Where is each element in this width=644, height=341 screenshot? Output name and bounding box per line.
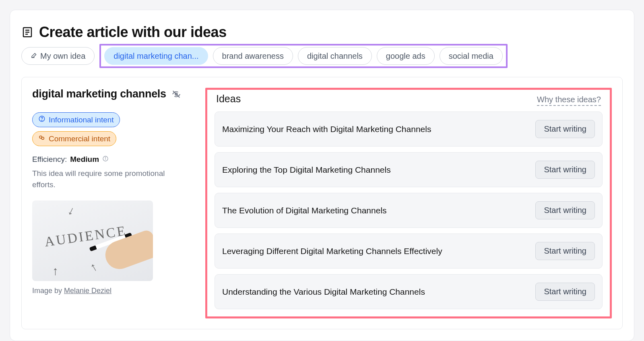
efficiency-description: This idea will require some promotional … [32, 168, 185, 190]
start-writing-button[interactable]: Start writing [535, 242, 595, 260]
commercial-intent-badge[interactable]: Commercial intent [32, 131, 116, 146]
page-title: Create article with our ideas [39, 24, 227, 41]
idea-item: Understanding the Various Digital Market… [215, 274, 603, 309]
ideas-heading: Ideas [216, 93, 241, 105]
chip-label: brand awareness [222, 52, 284, 61]
start-writing-button[interactable]: Start writing [535, 161, 595, 179]
suggested-chip[interactable]: google ads [377, 47, 435, 65]
main-card: Create article with our ideas My own ide… [10, 10, 634, 341]
content-panel: digital marketing channels [21, 77, 623, 329]
chip-label: google ads [386, 52, 425, 61]
info-icon[interactable] [102, 155, 109, 164]
image-credit-prefix: Image by [32, 287, 64, 295]
page-header: Create article with our ideas [21, 24, 623, 41]
sketch-arrow-icon: ↑ [88, 260, 100, 275]
badge-label: Informational intent [49, 116, 114, 124]
start-writing-button[interactable]: Start writing [535, 283, 595, 301]
commercial-icon [38, 134, 45, 143]
svg-point-9 [41, 137, 44, 140]
sketch-arrow-icon: ↑ [52, 264, 58, 278]
ideas-header: Ideas Why these ideas? [215, 93, 603, 112]
idea-item: The Evolution of Digital Marketing Chann… [215, 193, 603, 228]
image-credit: Image by Melanie Deziel [32, 287, 153, 295]
image-credit-author[interactable]: Melanie Deziel [64, 287, 111, 295]
idea-item: Exploring the Top Digital Marketing Chan… [215, 152, 603, 187]
idea-title: The Evolution of Digital Marketing Chann… [222, 206, 387, 215]
informational-intent-badge[interactable]: Informational intent [32, 112, 120, 127]
topic-title-row: digital marketing channels [32, 88, 201, 100]
idea-item: Leveraging Different Digital Marketing C… [215, 234, 603, 269]
suggested-chip[interactable]: brand awareness [213, 47, 293, 65]
suggested-chip[interactable]: social media [440, 47, 503, 65]
topic-title: digital marketing channels [32, 88, 166, 100]
idea-item: Maximizing Your Reach with Digital Marke… [215, 112, 603, 147]
efficiency-label: Efficiency: [32, 155, 67, 164]
pencil-icon [31, 52, 38, 61]
chip-row: My own idea digital marketing chan... br… [21, 44, 623, 68]
why-these-ideas-link[interactable]: Why these ideas? [537, 95, 601, 106]
idea-list: Maximizing Your Reach with Digital Marke… [215, 112, 603, 309]
chip-label: digital channels [307, 52, 363, 61]
suggested-chip[interactable]: digital channels [298, 47, 372, 65]
article-icon [21, 26, 33, 38]
chip-label: My own idea [40, 52, 85, 61]
idea-title: Leveraging Different Digital Marketing C… [222, 246, 442, 256]
hide-icon[interactable] [172, 90, 181, 99]
topic-image: ↓ AUDIENCE ↑ ↑ [32, 200, 153, 281]
intent-badges: Informational intent Commercial intent [32, 112, 201, 146]
sketch-arrow-icon: ↓ [66, 203, 77, 218]
question-icon [38, 115, 45, 124]
ideas-highlight: Ideas Why these ideas? Maximizing Your R… [205, 88, 612, 318]
svg-point-12 [105, 157, 105, 158]
start-writing-button[interactable]: Start writing [535, 120, 595, 138]
my-own-idea-chip[interactable]: My own idea [21, 47, 95, 65]
suggested-chip[interactable]: digital marketing chan... [104, 47, 208, 65]
chip-label: digital marketing chan... [114, 52, 198, 61]
start-writing-button[interactable]: Start writing [535, 201, 595, 219]
topic-image-wrap: ↓ AUDIENCE ↑ ↑ Image by Melanie Deziel [32, 200, 153, 295]
topic-details: digital marketing channels [32, 88, 201, 318]
idea-title: Understanding the Various Digital Market… [222, 287, 425, 297]
chip-label: social media [449, 52, 493, 61]
idea-title: Maximizing Your Reach with Digital Marke… [222, 124, 431, 134]
suggested-chips-highlight: digital marketing chan... brand awarenes… [99, 44, 508, 68]
badge-label: Commercial intent [49, 134, 110, 143]
efficiency-row: Efficiency: Medium [32, 155, 201, 164]
efficiency-value: Medium [70, 155, 99, 164]
svg-point-7 [41, 120, 42, 120]
idea-title: Exploring the Top Digital Marketing Chan… [222, 165, 391, 175]
